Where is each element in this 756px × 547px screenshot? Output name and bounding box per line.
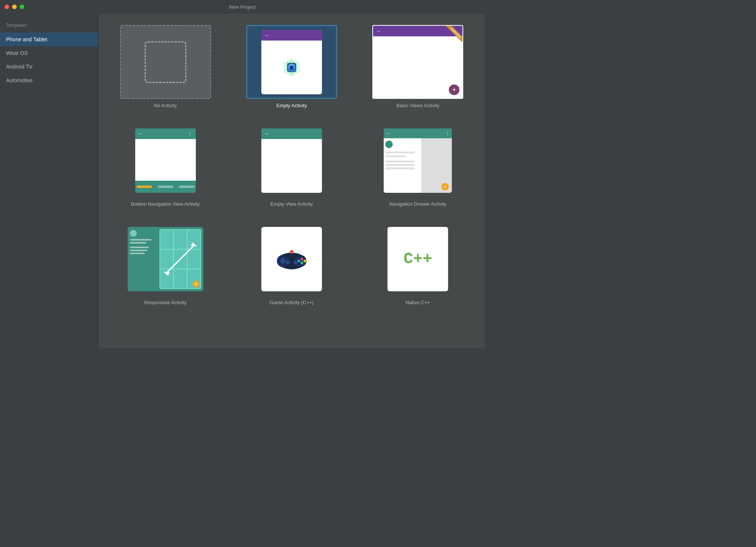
navigation-drawer-label: Navigation Drawer Activity <box>389 201 447 207</box>
navigation-drawer-mockup: ← ⋮ <box>384 128 452 193</box>
native-cpp-card[interactable]: C++ <box>372 222 463 296</box>
titlebar: New Project <box>0 0 485 14</box>
ev-back-icon: ← <box>264 131 269 136</box>
ra-fab[interactable]: + <box>193 281 200 288</box>
svg-point-21 <box>294 261 297 264</box>
svg-rect-6 <box>290 66 293 69</box>
sidebar-item-phone-tablet[interactable]: Phone and Tablet <box>0 33 98 46</box>
empty-view-label: Empty View Activity <box>270 201 313 207</box>
nd-back-icon: ← <box>386 131 390 136</box>
sidebar-item-automotive[interactable]: Automotive <box>0 73 98 87</box>
game-activity-mockup <box>261 227 322 291</box>
empty-activity-card[interactable]: ← <box>246 25 337 99</box>
preview-badge: PREVIEW <box>445 26 463 44</box>
svg-point-18 <box>300 262 303 264</box>
template-game-activity[interactable]: Game Activity (C++) <box>246 222 337 305</box>
empty-view-mockup: ← <box>261 128 322 193</box>
nd-fab[interactable]: + <box>441 183 449 191</box>
bn-back-icon: ← <box>138 131 143 136</box>
svg-point-22 <box>290 250 294 254</box>
no-activity-label: No Activity <box>154 103 177 108</box>
bn-dots-icon: ⋮ <box>187 131 193 136</box>
sidebar-item-wear-os[interactable]: Wear OS <box>0 46 98 60</box>
bn-topbar: ← ⋮ <box>135 128 196 139</box>
basic-views-label: Basic Views Activity <box>396 103 439 108</box>
close-button[interactable] <box>5 5 9 9</box>
sidebar-item-android-tv[interactable]: Android TV <box>0 60 98 73</box>
ra-text-4 <box>130 250 148 251</box>
nd-line-1 <box>385 152 414 153</box>
ra-cell-3 <box>187 230 200 249</box>
template-empty-activity[interactable]: ← <box>246 25 337 108</box>
nd-line-5 <box>385 167 414 169</box>
empty-activity-label: Empty Activity <box>276 103 307 108</box>
template-navigation-drawer[interactable]: ← ⋮ <box>372 123 463 207</box>
ra-cell-4 <box>160 250 173 269</box>
responsive-activity-label: Responsive Activity <box>144 300 187 305</box>
window-title: New Project <box>229 4 256 10</box>
bottom-navigation-card[interactable]: ← ⋮ <box>120 123 211 197</box>
ra-text-5 <box>130 253 145 254</box>
back-arrow-icon: ← <box>264 32 270 38</box>
svg-rect-15 <box>282 258 284 264</box>
empty-activity-body <box>261 41 322 94</box>
bn-bottom-nav <box>135 181 196 193</box>
template-no-activity[interactable]: No Activity <box>120 25 211 108</box>
ra-text-1 <box>130 239 152 241</box>
cpp-logo-icon: C++ <box>404 250 433 268</box>
empty-activity-mockup: ← <box>261 30 322 94</box>
ra-avatar <box>130 230 137 237</box>
template-basic-views-activity[interactable]: PREVIEW ← + Basic Views Activity <box>372 25 463 108</box>
ev-body <box>261 139 322 193</box>
empty-activity-topbar: ← <box>261 30 322 41</box>
game-activity-label: Game Activity (C++) <box>270 300 314 305</box>
native-cpp-mockup: C++ <box>387 227 448 291</box>
bn-active-tab <box>137 186 152 188</box>
ra-cell-2 <box>174 230 187 249</box>
traffic-lights <box>5 5 24 9</box>
ra-cell-6 <box>187 250 200 269</box>
ra-cell-5 <box>174 250 187 269</box>
empty-view-card[interactable]: ← <box>246 123 337 197</box>
ra-left-panel <box>128 227 159 291</box>
ra-text-3 <box>130 247 149 248</box>
minimize-button[interactable] <box>12 5 17 9</box>
nd-line-3 <box>385 161 414 163</box>
responsive-activity-mockup: + <box>128 227 203 291</box>
native-cpp-label: Native C++ <box>406 300 430 305</box>
preview-badge-container: PREVIEW <box>441 26 462 47</box>
svg-point-17 <box>297 260 300 263</box>
sidebar-section-label: Templates <box>0 20 98 33</box>
template-responsive-activity[interactable]: + Responsive Activity <box>120 222 211 305</box>
template-native-cpp[interactable]: C++ Native C++ <box>372 222 463 305</box>
template-empty-view-activity[interactable]: ← Empty View Activity <box>246 123 337 207</box>
navigation-drawer-card[interactable]: ← ⋮ <box>372 123 463 197</box>
responsive-activity-card[interactable]: + <box>120 222 211 296</box>
bn-inactive-tab-2 <box>179 186 194 188</box>
nd-drawer-panel <box>384 138 421 193</box>
main-content: Templates Phone and Tablet Wear OS Andro… <box>0 14 485 349</box>
no-activity-dashed-box <box>145 41 186 83</box>
nd-avatar <box>385 141 393 148</box>
basic-views-fab[interactable]: + <box>449 84 459 95</box>
ra-cell-8 <box>174 269 187 288</box>
template-grid: No Activity ← <box>114 25 470 305</box>
nd-line-4 <box>385 164 414 166</box>
bottom-navigation-label: Bottom Navigation View Activity <box>131 201 200 207</box>
no-activity-card[interactable] <box>120 25 211 99</box>
content-area: No Activity ← <box>98 14 485 349</box>
svg-point-16 <box>300 258 303 261</box>
maximize-button[interactable] <box>20 5 24 9</box>
nd-dots-icon: ⋮ <box>445 131 450 136</box>
svg-point-19 <box>303 260 306 263</box>
game-activity-card[interactable] <box>246 222 337 296</box>
ev-topbar: ← <box>261 128 322 139</box>
nd-topbar: ← ⋮ <box>384 128 452 138</box>
basic-views-back-icon: ← <box>376 28 381 34</box>
svg-point-20 <box>286 261 290 264</box>
bn-body <box>135 139 196 181</box>
template-bottom-navigation[interactable]: ← ⋮ Bottom Navigation View Activity <box>120 123 211 207</box>
ra-grid-panel: + <box>159 229 201 289</box>
basic-views-card[interactable]: PREVIEW ← + <box>372 25 463 99</box>
bottom-navigation-mockup: ← ⋮ <box>135 128 196 193</box>
